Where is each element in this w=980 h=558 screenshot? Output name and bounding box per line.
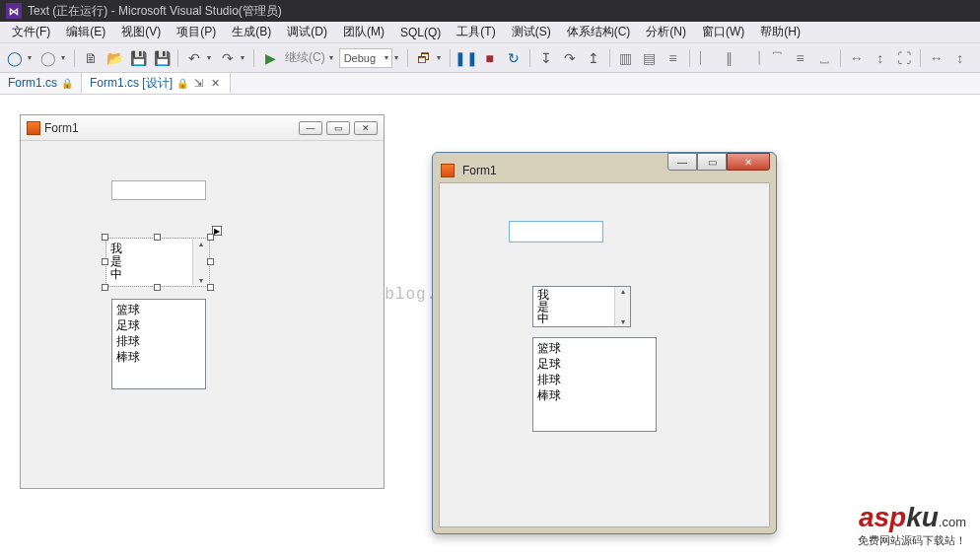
menu-tools[interactable]: 工具(T) (449, 22, 503, 42)
menu-debug[interactable]: 调试(D) (279, 22, 335, 42)
list-item[interactable]: 篮球 (116, 302, 201, 317)
resize-handle[interactable] (207, 234, 214, 241)
nav-back-button[interactable]: ◯ (4, 47, 26, 69)
close-icon[interactable]: ✕ (209, 77, 222, 90)
save-all-button[interactable]: 💾 (151, 47, 173, 69)
hspace-button[interactable]: ↔ (926, 47, 947, 69)
selected-control[interactable]: 我 是 中 ▴▾ ▶ (105, 238, 210, 287)
step-out-button[interactable]: ↥ (583, 47, 604, 69)
nav-forward-button[interactable]: ◯ (37, 47, 59, 69)
minimize-button[interactable]: — (667, 153, 697, 171)
continue-button[interactable]: ▶ (259, 47, 281, 69)
vspace-button[interactable]: ↕ (949, 47, 971, 69)
textbox-multiline[interactable]: 我 是 中 ▴▾ (532, 286, 631, 327)
list-item[interactable]: 足球 (537, 356, 652, 372)
layout-button-3[interactable]: ≡ (663, 47, 684, 69)
separator (253, 49, 254, 67)
step-into-button[interactable]: ↧ (535, 47, 557, 69)
window-title: Text (正在运行) - Microsoft Visual Studio(管理… (28, 3, 282, 20)
resize-handle[interactable] (102, 234, 108, 241)
step-over-button[interactable]: ↷ (559, 47, 581, 69)
list-item[interactable]: 足球 (116, 317, 201, 333)
undo-button[interactable]: ↶ (183, 47, 205, 69)
layout-button-2[interactable]: ▤ (639, 47, 661, 69)
redo-button[interactable]: ↷ (217, 47, 239, 69)
pin-icon[interactable]: ⇲ (192, 77, 205, 90)
config-combo[interactable]: Debug (339, 48, 392, 68)
form-title: Form1 (44, 121, 299, 135)
designer-titlebar: Form1 — ▭ ✕ (21, 115, 384, 141)
continue-label[interactable]: 继续(C) (283, 49, 327, 66)
menu-help[interactable]: 帮助(H) (752, 22, 808, 42)
menu-sql[interactable]: SQL(Q) (392, 24, 449, 41)
textbox-control[interactable] (111, 180, 206, 200)
resize-handle[interactable] (154, 234, 161, 241)
align-bottom-button[interactable]: ⎵ (813, 47, 835, 69)
stop-button[interactable]: ■ (479, 47, 501, 69)
restart-button[interactable]: ↻ (503, 47, 525, 69)
form-icon (27, 121, 40, 135)
menu-file[interactable]: 文件(F) (4, 22, 58, 42)
save-button[interactable]: 💾 (127, 47, 149, 69)
menu-team[interactable]: 团队(M) (335, 22, 392, 42)
vs-icon: ⋈ (6, 3, 22, 19)
size-width-button[interactable]: ↔ (846, 47, 868, 69)
menu-test[interactable]: 测试(S) (504, 22, 559, 42)
maximize-button[interactable]: ▭ (326, 121, 350, 135)
nav-back-dropdown[interactable]: ▾ (28, 53, 35, 62)
align-center-button[interactable]: ∥ (719, 47, 740, 69)
align-top-button[interactable]: ⎴ (766, 47, 788, 69)
document-tabstrip: Form1.cs 🔒 Form1.cs [设计] 🔒 ⇲ ✕ (0, 73, 980, 95)
pause-button[interactable]: ❚❚ (455, 47, 477, 69)
list-item[interactable]: 排球 (537, 372, 652, 387)
menu-build[interactable]: 生成(B) (224, 22, 279, 42)
new-item-button[interactable]: 🗎 (80, 47, 102, 69)
menu-analyze[interactable]: 分析(N) (638, 22, 694, 42)
nav-forward-dropdown[interactable]: ▾ (61, 53, 69, 62)
listbox[interactable]: 篮球 足球 排球 棒球 (532, 337, 657, 432)
menu-project[interactable]: 项目(P) (169, 22, 224, 42)
list-item[interactable]: 排球 (116, 333, 201, 349)
scrollbar[interactable]: ▴▾ (614, 287, 630, 326)
logo-brand-rest: ku (906, 502, 939, 532)
resize-handle[interactable] (207, 284, 214, 291)
menu-window[interactable]: 窗口(W) (694, 22, 752, 42)
menu-arch[interactable]: 体系结构(C) (559, 22, 639, 42)
open-button[interactable]: 📂 (104, 47, 125, 69)
redo-dropdown[interactable]: ▾ (241, 53, 248, 62)
runtime-body: 我 是 中 ▴▾ 篮球 足球 排球 棒球 (439, 182, 770, 527)
layout-button-1[interactable]: ▥ (615, 47, 637, 69)
tab-form1-code[interactable]: Form1.cs 🔒 (0, 72, 81, 94)
undo-dropdown[interactable]: ▾ (207, 53, 215, 62)
list-item[interactable]: 棒球 (537, 387, 652, 403)
resize-handle[interactable] (102, 284, 108, 291)
resize-handle[interactable] (207, 258, 214, 265)
maximize-button[interactable]: ▭ (697, 153, 727, 171)
align-left-button[interactable]: ⎸ (695, 47, 717, 69)
designer-body[interactable]: 我 是 中 ▴▾ ▶ 篮球 足球 排球 棒球 (21, 141, 384, 488)
browser-button[interactable]: 🗗 (413, 47, 435, 69)
runtime-window[interactable]: Form1 — ▭ ✕ 我 是 中 ▴▾ 篮球 足球 排球 棒球 (432, 152, 777, 534)
close-button[interactable]: ✕ (727, 153, 770, 171)
size-height-button[interactable]: ↕ (870, 47, 891, 69)
close-button[interactable]: ✕ (354, 121, 378, 135)
browser-dropdown[interactable]: ▾ (437, 53, 445, 62)
separator (609, 49, 610, 67)
list-item[interactable]: 篮球 (537, 340, 652, 356)
list-item[interactable]: 棒球 (116, 349, 201, 365)
scrollbar[interactable]: ▴▾ (192, 240, 208, 285)
tab-form1-designer[interactable]: Form1.cs [设计] 🔒 ⇲ ✕ (81, 72, 231, 94)
align-middle-button[interactable]: ≡ (790, 47, 811, 69)
designer-form[interactable]: Form1 — ▭ ✕ 我 是 中 ▴▾ ▶ (20, 114, 385, 489)
config-dropdown[interactable]: ▾ (394, 53, 402, 62)
align-right-button[interactable]: ⎹ (742, 47, 764, 69)
menu-edit[interactable]: 编辑(E) (58, 22, 113, 42)
menu-view[interactable]: 视图(V) (113, 22, 169, 42)
resize-handle[interactable] (102, 258, 108, 265)
minimize-button[interactable]: — (299, 121, 322, 135)
listbox-control[interactable]: 篮球 足球 排球 棒球 (111, 299, 206, 389)
textbox-input[interactable] (509, 221, 603, 243)
continue-dropdown[interactable]: ▾ (329, 53, 337, 62)
size-both-button[interactable]: ⛶ (893, 47, 915, 69)
resize-handle[interactable] (154, 284, 161, 291)
